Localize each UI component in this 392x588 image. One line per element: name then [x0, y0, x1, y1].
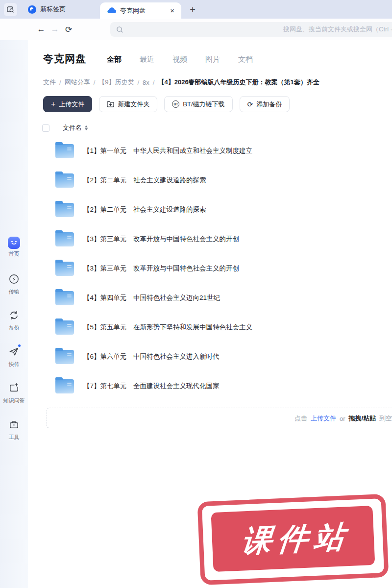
tab-images[interactable]: 图片 — [205, 55, 220, 64]
drive-header: 夸克网盘 全部 最近 视频 图片 文档 — [43, 50, 253, 68]
folder-icon — [55, 262, 74, 276]
breadcrumb-item[interactable]: 文件 — [43, 78, 56, 87]
folder-row[interactable]: 【3】第三单元 改革开放与中国特色社会主义的开创 — [28, 224, 392, 254]
folder-icon — [55, 350, 74, 364]
tab-search-button[interactable] — [4, 3, 17, 16]
tab-videos[interactable]: 视频 — [172, 55, 187, 64]
folder-row[interactable]: 【5】第五单元 在新形势下坚持和发展中国特色社会主义 — [28, 313, 392, 342]
watermark-stamp: 课件站 — [197, 494, 389, 586]
quark-drive-cloud-icon — [107, 7, 116, 14]
sidebar-item-label: 首页 — [0, 250, 28, 258]
folder-icon — [55, 173, 74, 188]
upload-hint: 点击 上传文件 or 拖拽/粘贴 到空白处 — [294, 408, 392, 429]
folder-name: 【3】第三单元 改革开放与中国特色社会主义的开创 — [83, 264, 239, 273]
folder-icon — [55, 203, 74, 217]
folder-row[interactable]: 【2】第二单元 社会主义建设道路的探索 — [28, 166, 392, 195]
sidebar-item-tools[interactable]: 工具 — [0, 418, 28, 441]
hint-prefix: 点击 — [294, 414, 307, 423]
forward-button[interactable]: → — [48, 24, 62, 34]
action-buttons: + 上传文件 新建文件夹 BT BT/磁力链下载 ⟳ 添加备份 — [43, 96, 290, 112]
tab-documents[interactable]: 文档 — [238, 55, 253, 64]
folder-icon — [55, 320, 74, 335]
folder-name: 【2】第二单元 社会主义建设道路的探索 — [83, 176, 206, 185]
bt-magnet-download-button[interactable]: BT BT/磁力链下载 — [164, 96, 232, 112]
back-button[interactable]: ← — [34, 24, 48, 34]
file-list-header: 文件名 — [42, 123, 88, 132]
folder-row[interactable]: 【1】第一单元 中华人民共和国成立和社会主义制度建立 — [28, 136, 392, 166]
add-backup-button[interactable]: ⟳ 添加备份 — [240, 96, 290, 112]
breadcrumb-current: 【4】2026春部编版八年级历史下册：教案（第1套）齐全 — [158, 78, 319, 87]
tab-label: 夸克网盘 — [120, 6, 146, 15]
tab-search-icon — [7, 6, 14, 13]
paper-plane-icon — [8, 345, 21, 358]
browser-window: 新标签页 夸克网盘 × + ← → ⟳ 搜网盘、搜当前文件夹或搜全网（Ctrl … — [0, 0, 392, 588]
breadcrumb-item[interactable]: 【9】历史类 — [98, 78, 134, 87]
sidebar-item-label: 知识问答 — [0, 397, 28, 404]
sort-toggle-icon[interactable] — [85, 125, 88, 130]
tab-recent[interactable]: 最近 — [140, 55, 154, 64]
breadcrumb-separator: / — [137, 79, 139, 86]
close-tab-icon[interactable]: × — [170, 7, 174, 14]
upload-file-button[interactable]: + 上传文件 — [43, 96, 92, 112]
folder-name: 【5】第五单元 在新形势下坚持和发展中国特色社会主义 — [83, 323, 252, 332]
bt-label: BT/磁力链下载 — [183, 100, 224, 109]
sidebar-item-backup[interactable]: 备份 — [0, 309, 28, 332]
plus-icon: + — [51, 100, 55, 108]
breadcrumb: 文件 / 网站分享 / 【9】历史类 / 8x / 【4】2026春部编版八年级… — [43, 78, 319, 87]
sidebar-item-label: 快传 — [0, 361, 28, 368]
sidebar-item-label: 工具 — [0, 434, 28, 441]
new-folder-button[interactable]: 新建文件夹 — [99, 96, 157, 112]
folder-name: 【2】第二单元 社会主义建设道路的探索 — [83, 205, 206, 214]
new-tab-button[interactable]: + — [185, 3, 200, 17]
upload-dropzone[interactable]: 点击 上传文件 or 拖拽/粘贴 到空白处 — [47, 408, 392, 428]
select-all-checkbox[interactable] — [42, 124, 49, 132]
breadcrumb-separator: / — [153, 79, 155, 86]
tab-label: 新标签页 — [40, 5, 66, 14]
folder-row[interactable]: 【2】第二单元 社会主义建设道路的探索 — [28, 195, 392, 224]
notification-dot — [18, 344, 21, 347]
breadcrumb-item[interactable]: 8x — [143, 79, 149, 86]
search-input[interactable]: 搜网盘、搜当前文件夹或搜全网（Ctrl + — [110, 22, 392, 37]
folder-icon — [55, 144, 74, 158]
refresh-button[interactable]: ⟳ — [62, 24, 75, 35]
folder-row[interactable]: 【7】第七单元 全面建设社会主义现代化国家 — [28, 371, 392, 401]
sidebar-item-quick-send[interactable]: 快传 — [0, 345, 28, 368]
search-icon — [116, 26, 123, 33]
breadcrumb-separator: / — [59, 79, 61, 86]
sidebar: 首页 传输 — [0, 40, 28, 588]
toolbox-icon — [8, 418, 21, 431]
folder-icon — [55, 291, 74, 305]
upload-file-label: 上传文件 — [59, 100, 84, 109]
tab-all[interactable]: 全部 — [107, 55, 122, 64]
upload-file-link[interactable]: 上传文件 — [311, 414, 336, 423]
hint-drag: 拖拽/粘贴 — [349, 414, 376, 423]
new-folder-label: 新建文件夹 — [118, 100, 149, 109]
hint-or: or — [340, 415, 345, 422]
stamp-text: 课件站 — [234, 521, 352, 557]
knowledge-qa-icon — [8, 381, 21, 394]
bt-icon: BT — [172, 100, 179, 108]
view-tabs: 全部 最近 视频 图片 文档 — [107, 54, 253, 64]
sidebar-item-transfer[interactable]: 传输 — [0, 272, 28, 295]
hint-suffix: 到空白处 — [379, 414, 392, 423]
drive-logo: 夸克网盘 — [43, 52, 86, 66]
browser-tab-quark-drive[interactable]: 夸克网盘 × — [100, 2, 181, 19]
transfer-icon — [8, 272, 21, 285]
sidebar-item-home[interactable]: 首页 — [0, 236, 28, 258]
folder-row[interactable]: 【3】第三单元 改革开放与中国特色社会主义的开创 — [28, 254, 392, 283]
folder-row[interactable]: 【6】第六单元 中国特色社会主义进入新时代 — [28, 342, 392, 371]
folder-row[interactable]: 【4】第四单元 中国特色社会主义迈向21世纪 — [28, 283, 392, 313]
folder-name: 【3】第三单元 改革开放与中国特色社会主义的开创 — [83, 235, 239, 244]
stamp-plate: 课件站 — [211, 506, 375, 572]
sidebar-item-label: 传输 — [0, 288, 28, 295]
breadcrumb-item[interactable]: 网站分享 — [65, 78, 90, 87]
folder-name: 【4】第四单元 中国特色社会主义迈向21世纪 — [83, 294, 220, 302]
file-list: 【1】第一单元 中华人民共和国成立和社会主义制度建立 【2】第二单元 社会主义建… — [28, 136, 392, 401]
search-placeholder: 搜网盘、搜当前文件夹或搜全网（Ctrl + — [283, 22, 392, 37]
filename-column-header: 文件名 — [63, 123, 82, 132]
browser-tab-bar: 新标签页 夸克网盘 × + — [0, 0, 392, 19]
folder-name: 【7】第七单元 全面建设社会主义现代化国家 — [83, 382, 220, 391]
sidebar-item-knowledge-qa[interactable]: 知识问答 — [0, 381, 28, 404]
browser-tab-newtab[interactable]: 新标签页 — [21, 0, 95, 19]
quark-browser-icon — [28, 5, 36, 14]
